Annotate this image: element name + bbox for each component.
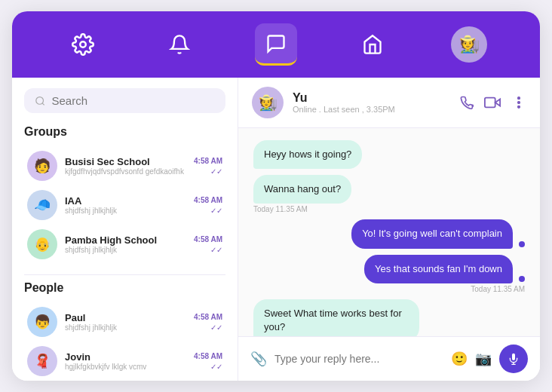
- message-time: Today 11.35 AM: [253, 205, 308, 213]
- mic-button[interactable]: [499, 345, 528, 373]
- svg-point-1: [36, 96, 44, 104]
- message-bubble: Wanna hang out?: [253, 175, 351, 204]
- chat-header-actions: [458, 94, 526, 111]
- message-input[interactable]: [274, 353, 443, 365]
- person-avatar: 🧣: [27, 346, 57, 376]
- message-group: Yo! It's going well can't complain: [253, 219, 525, 248]
- phone-icon[interactable]: [458, 95, 474, 110]
- group-sub: shjdfshj jhlkjhljk: [65, 246, 186, 254]
- search-icon: [35, 95, 46, 107]
- message-group: Sweet What time works best for you?Today…: [253, 299, 525, 336]
- top-nav: 🧑‍🌾: [12, 11, 540, 78]
- user-avatar: 🧑‍🌾: [451, 26, 487, 63]
- message-group: Wanna hang out?Today 11.35 AM: [253, 175, 525, 213]
- chat-nav-item[interactable]: [255, 23, 297, 66]
- person-time: 4:58 AM: [194, 352, 222, 360]
- tick-icon: ✓✓: [210, 167, 222, 176]
- message-group: Yes that sounds fan I'm downToday 11.35 …: [253, 255, 525, 293]
- svg-line-2: [42, 103, 44, 105]
- group-time: 4:58 AM: [194, 235, 222, 243]
- group-sub: shjdfshj jhlkjhljk: [65, 207, 186, 215]
- message-bubble: Sweet What time works best for you?: [253, 299, 419, 336]
- user-avatar-nav[interactable]: 🧑‍🌾: [448, 23, 490, 66]
- svg-rect-4: [485, 98, 495, 108]
- chat-header: 🧑‍🌾 Yu Online . Last seen , 3.35PM: [238, 78, 540, 128]
- messages-area: Heyy hows it going?Wanna hang out?Today …: [238, 128, 540, 336]
- chat-header-info: Yu Online . Last seen , 3.35PM: [293, 91, 449, 114]
- message-bubble: Yo! It's going well can't complain: [351, 219, 513, 248]
- group-item[interactable]: 👴 Pamba High School shjdfshj jhlkjhljk 4…: [24, 225, 225, 264]
- chat-input-bar: 📎 🙂 📷: [238, 336, 540, 381]
- person-name: Jovin: [65, 351, 186, 363]
- group-item[interactable]: 🧑 Busisi Sec School kjfgdfhvjqdfvspdfvso…: [24, 146, 225, 185]
- group-item[interactable]: 🧢 IAA shjdfshj jhlkjhljk 4:58 AM ✓✓: [24, 185, 225, 225]
- svg-marker-3: [495, 99, 500, 106]
- message-dot: [519, 276, 525, 282]
- settings-nav-item[interactable]: [62, 23, 104, 66]
- svg-point-9: [518, 102, 520, 104]
- people-label: People: [24, 281, 225, 295]
- chat-contact-name: Yu: [293, 91, 449, 105]
- message-row: Heyy hows it going?: [253, 140, 362, 169]
- emoji-icon[interactable]: 🙂: [451, 351, 468, 367]
- group-meta: 4:58 AM ✓✓: [194, 196, 222, 215]
- group-avatar: 👴: [27, 229, 57, 259]
- message-bubble: Heyy hows it going?: [253, 140, 362, 169]
- people-section: People 👦 Paul shjdfshj jhlkjhljk 4:58 AM…: [24, 281, 225, 381]
- group-info: IAA shjdfshj jhlkjhljk: [65, 195, 186, 215]
- chat-area: 🧑‍🌾 Yu Online . Last seen , 3.35PM: [238, 78, 540, 381]
- camera-icon[interactable]: 📷: [475, 351, 492, 367]
- people-list: 👦 Paul shjdfshj jhlkjhljk 4:58 AM ✓✓ 🧣 J…: [24, 302, 225, 381]
- person-sub: hgjlkfgkbvkjfv lklgk vcmv: [65, 363, 186, 371]
- group-meta: 4:58 AM ✓✓: [194, 157, 222, 176]
- group-sub: kjfgdfhvjqdfvspdfvsonfd gefdkaoifhk: [65, 167, 186, 176]
- svg-point-10: [518, 106, 520, 109]
- person-info: Jovin hgjlkfgkbvkjfv lklgk vcmv: [65, 351, 186, 371]
- person-item[interactable]: 🧣 Jovin hgjlkfgkbvkjfv lklgk vcmv 4:58 A…: [24, 341, 225, 381]
- groups-list: 🧑 Busisi Sec School kjfgdfhvjqdfvspdfvso…: [24, 146, 225, 264]
- divider: [24, 274, 225, 275]
- person-name: Paul: [65, 312, 186, 323]
- tick-icon: ✓✓: [210, 207, 222, 215]
- chat-contact-status: Online . Last seen , 3.35PM: [293, 105, 449, 114]
- attachment-icon[interactable]: 📎: [250, 351, 267, 367]
- message-row: Yo! It's going well can't complain: [351, 219, 525, 248]
- person-sub: shjdfshj jhlkjhljk: [65, 323, 186, 332]
- group-avatar: 🧑: [27, 151, 57, 181]
- groups-section: Groups 🧑 Busisi Sec School kjfgdfhvjqdfv…: [24, 125, 225, 264]
- search-bar[interactable]: [24, 88, 225, 113]
- group-avatar: 🧢: [27, 190, 57, 220]
- search-input[interactable]: [52, 94, 216, 107]
- person-meta: 4:58 AM ✓✓: [194, 313, 222, 332]
- message-time: Today 11.35 AM: [471, 285, 525, 293]
- group-info: Pamba High School shjdfshj jhlkjhljk: [65, 234, 186, 254]
- message-group: Heyy hows it going?: [253, 140, 525, 169]
- tick-icon: ✓✓: [210, 246, 222, 254]
- svg-point-0: [80, 41, 86, 47]
- group-meta: 4:58 AM ✓✓: [194, 235, 222, 254]
- person-item[interactable]: 👦 Paul shjdfshj jhlkjhljk 4:58 AM ✓✓: [24, 302, 225, 341]
- main-content: Groups 🧑 Busisi Sec School kjfgdfhvjqdfv…: [12, 78, 540, 381]
- message-bubble: Yes that sounds fan I'm down: [364, 255, 513, 283]
- home-nav-item[interactable]: [351, 23, 394, 66]
- person-avatar: 👦: [27, 307, 57, 337]
- message-row: Sweet What time works best for you?: [253, 299, 419, 336]
- chat-contact-avatar: 🧑‍🌾: [252, 87, 284, 118]
- person-info: Paul shjdfshj jhlkjhljk: [65, 312, 186, 332]
- group-name: Busisi Sec School: [65, 156, 186, 167]
- groups-label: Groups: [24, 125, 225, 139]
- tick-icon: ✓✓: [210, 363, 222, 371]
- group-time: 4:58 AM: [194, 157, 222, 165]
- svg-point-8: [518, 97, 520, 100]
- message-row: Wanna hang out?: [253, 175, 351, 204]
- bell-nav-item[interactable]: [158, 23, 201, 66]
- more-icon[interactable]: [511, 95, 526, 110]
- group-time: 4:58 AM: [194, 196, 222, 204]
- group-name: IAA: [65, 195, 186, 207]
- person-meta: 4:58 AM ✓✓: [194, 352, 222, 371]
- person-time: 4:58 AM: [194, 313, 222, 321]
- message-dot: [519, 241, 525, 247]
- group-info: Busisi Sec School kjfgdfhvjqdfvspdfvsonf…: [65, 156, 186, 176]
- video-icon[interactable]: [484, 94, 501, 111]
- tick-icon: ✓✓: [210, 323, 222, 332]
